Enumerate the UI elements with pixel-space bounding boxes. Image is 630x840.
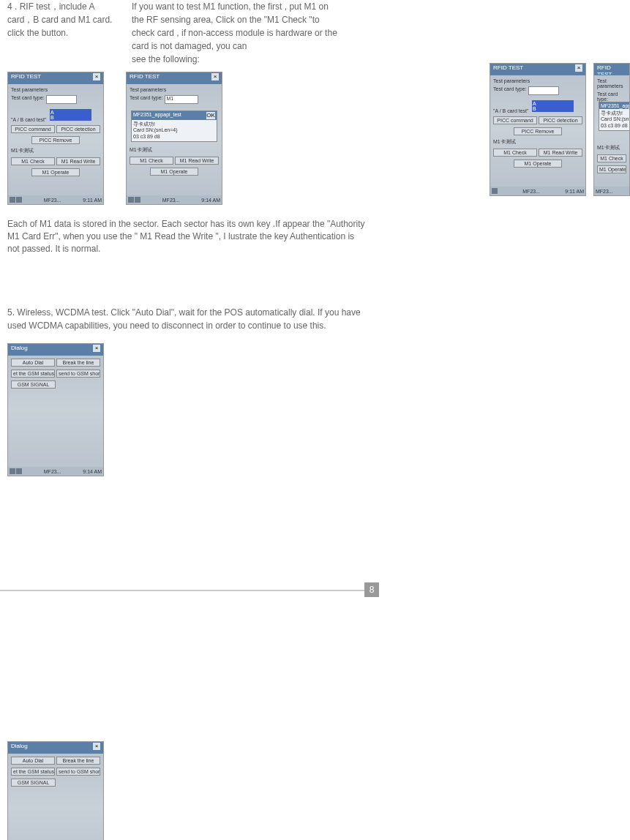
page-number: 8	[364, 582, 379, 597]
clock: 9:11 AM	[83, 198, 102, 203]
popup-line3: 03 c3 89 d8	[133, 134, 215, 140]
task-name: MF23...	[44, 469, 61, 474]
auto-dial-button[interactable]: Auto Dial	[11, 359, 55, 367]
gsm-signal-button[interactable]: GSM SIGNAL	[11, 779, 56, 787]
ab-test-label: "A / B card test"	[11, 117, 47, 122]
card-type-select[interactable]: M1	[165, 95, 198, 104]
section4-right-l2: the RF sensing area, Click on the "M1 Ch…	[132, 15, 320, 25]
auto-dial-button[interactable]: Auto Dial	[11, 757, 55, 765]
window-title: RFID TEST	[11, 73, 41, 83]
picc-detection-button[interactable]: PICC detection	[56, 125, 100, 133]
start-icon[interactable]	[492, 188, 498, 194]
card-type-dropdown[interactable]: AB	[50, 109, 91, 121]
params-label: Test parameters	[11, 87, 48, 92]
window-title: RFID TEST	[130, 73, 160, 83]
popup-ok-button[interactable]: OK	[206, 112, 215, 119]
card-type-label: Test card type:	[597, 91, 626, 102]
window-title: Dialog	[11, 743, 28, 753]
m1-group-label: M1卡测试	[130, 146, 152, 154]
close-icon[interactable]: ×	[93, 73, 100, 80]
task-name: MF23...	[596, 189, 613, 194]
taskbar: MF23... 9:11 AM	[8, 195, 103, 204]
task-icon[interactable]	[16, 197, 22, 203]
start-icon[interactable]	[10, 197, 15, 203]
picc-remove-button[interactable]: PICC Remove	[31, 136, 80, 144]
taskbar: MF23... 9:14 AM	[8, 467, 103, 476]
m1-operate-button[interactable]: M1 Operate	[597, 165, 626, 173]
gsm-signal-button[interactable]: GSM SIGNAL	[11, 380, 56, 389]
card-type-select[interactable]	[46, 95, 77, 104]
close-icon[interactable]: ×	[93, 345, 100, 352]
m1-operate-button[interactable]: M1 Operate	[31, 168, 80, 176]
start-icon[interactable]	[128, 197, 134, 203]
rfid-screenshot-dropdown: RFID TEST × Test parameters Test card ty…	[7, 72, 104, 205]
popup-line1: 寻卡成功!	[601, 110, 630, 116]
result-popup: MF2351_appapi_testOK 寻卡成功! Card SN:(snLe…	[131, 110, 217, 142]
params-label: Test parameters	[130, 87, 166, 92]
task-name: MF23...	[162, 198, 180, 203]
close-icon[interactable]: ×	[575, 64, 582, 72]
popup-line1: 寻卡成功!	[133, 121, 215, 127]
m1-readwrite-button[interactable]: M1 Read Write	[56, 157, 100, 165]
break-line-button[interactable]: Break the line	[56, 757, 100, 765]
m1-data-paragraph: Each of M1 data is stored in the sector.…	[0, 211, 373, 262]
picc-command-button[interactable]: PICC command	[493, 116, 537, 124]
gsm-status-button[interactable]: et the GSM status	[11, 768, 55, 776]
m1-group-label: M1卡测试	[11, 147, 34, 154]
section4-right-l4: card is not damaged, you can	[132, 41, 247, 51]
rfid-screenshot-dropdown-dup: RFID TEST× Test parameters Test card typ…	[490, 63, 586, 196]
rfid-screenshot-popup-clip: RFID TEST Test parameters Test card type…	[593, 63, 630, 196]
start-icon[interactable]	[10, 468, 15, 474]
m1-check-button[interactable]: M1 Check	[130, 157, 173, 165]
card-type-label: Test card type:	[130, 95, 163, 104]
break-line-button[interactable]: Break the line	[56, 359, 100, 367]
page-rule	[0, 590, 366, 591]
card-type-label: Test card type:	[11, 95, 45, 104]
window-title: RFID TEST	[493, 64, 523, 75]
m1-readwrite-button[interactable]: M1 Read Write	[539, 149, 582, 157]
clock: 9:14 AM	[201, 198, 220, 203]
card-type-select[interactable]	[528, 86, 559, 95]
window-titlebar: Dialog ×	[8, 344, 103, 356]
window-title: Dialog	[11, 345, 28, 355]
m1-check-button[interactable]: M1 Check	[597, 154, 626, 162]
section4-right-l1: If you want to test M1 function, the fir…	[132, 1, 329, 12]
card-type-dropdown[interactable]: AB	[532, 100, 574, 112]
section4-left-text: 4 . RIF test，include A card，B card and M…	[7, 0, 117, 66]
m1-readwrite-button[interactable]: M1 Read Write	[175, 157, 219, 165]
dialog-screenshot-dup: Dialog × Auto DialBreak the line et the …	[7, 741, 104, 840]
dialog-screenshot: Dialog × Auto DialBreak the line et the …	[7, 343, 104, 476]
m1-group-label: M1卡测试	[493, 138, 516, 146]
popup-line3: 03 c3 89 d8	[601, 123, 630, 129]
window-title: RFID TEST	[597, 64, 626, 75]
close-icon[interactable]: ×	[211, 73, 219, 80]
popup-title: MF2351_appapi_test	[133, 112, 181, 119]
send-gsm-button[interactable]: send to GSM short	[56, 370, 100, 378]
section5-text: 5. Wireless, WCDMA test. Click "Auto Dia…	[0, 299, 373, 340]
picc-remove-button[interactable]: PICC Remove	[514, 127, 562, 135]
params-label: Test parameters	[597, 78, 626, 89]
popup-title: MF2351_appapi_test	[601, 103, 630, 108]
m1-group-label: M1卡测试	[597, 144, 620, 151]
picc-command-button[interactable]: PICC command	[11, 125, 55, 133]
section4-right-l3: check card , if non-access module is har…	[132, 28, 337, 38]
section4-right-l5: see the following:	[132, 54, 200, 64]
gsm-status-button[interactable]: et the GSM status	[11, 370, 55, 378]
m1-operate-button[interactable]: M1 Operate	[150, 168, 198, 176]
m1-operate-button[interactable]: M1 Operate	[514, 160, 562, 168]
result-popup: MF2351_appapi_test 寻卡成功! Card SN:(snLen=…	[599, 102, 630, 131]
window-titlebar: Dialog ×	[8, 742, 103, 754]
section4-right-text: If you want to test M1 function, the fir…	[132, 0, 359, 66]
popup-line2: Card SN:(snLen=4)	[133, 127, 215, 133]
close-icon[interactable]: ×	[93, 743, 100, 750]
picc-detection-button[interactable]: PICC detection	[539, 116, 582, 124]
send-gsm-button[interactable]: send to GSM short	[56, 768, 100, 776]
clock: 9:11 AM	[565, 189, 584, 194]
m1-check-button[interactable]: M1 Check	[11, 157, 55, 165]
clock: 9:14 AM	[83, 469, 102, 474]
window-titlebar: RFID TEST ×	[8, 72, 103, 84]
m1-check-button[interactable]: M1 Check	[493, 149, 537, 157]
task-icon[interactable]	[16, 468, 22, 474]
task-icon[interactable]	[135, 197, 140, 203]
params-label: Test parameters	[493, 78, 530, 83]
